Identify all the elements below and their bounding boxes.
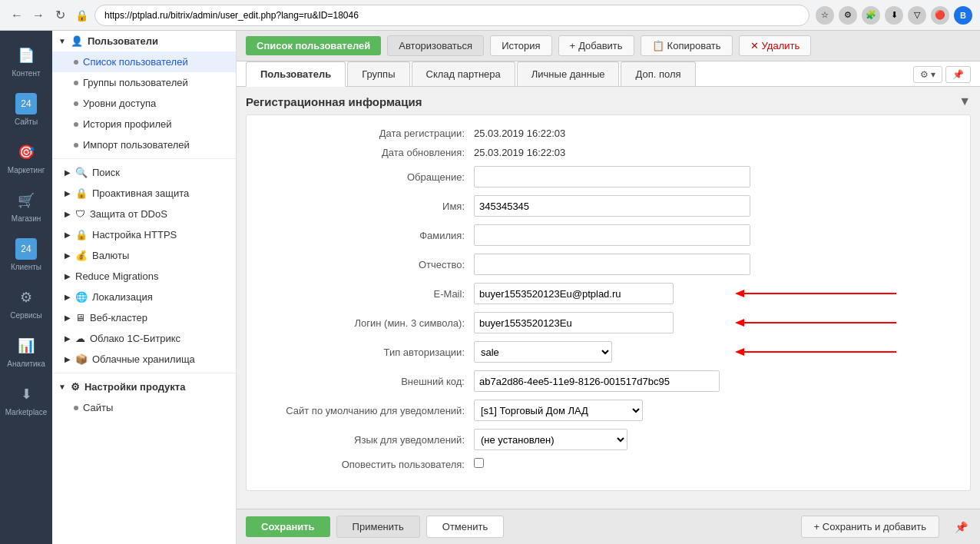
history-button[interactable]: История [490,35,551,56]
nav-item-label: Сайты [83,402,113,413]
bullet-icon [74,406,78,410]
form-row-lastname: Фамилия: [259,224,958,246]
default-site-select[interactable]: [s1] Торговый Дом ЛАД [474,400,643,421]
star-icon[interactable]: ☆ [816,6,834,25]
cancel-button[interactable]: Отменить [426,516,504,538]
copy-button[interactable]: 📋 Копировать [641,35,733,56]
extensions-icon[interactable]: 🧩 [862,6,880,25]
sidebar-item-analytics[interactable]: 📊 Аналитика [0,327,52,376]
bullet-icon [74,60,78,65]
tab-extra-fields[interactable]: Доп. поля [621,61,695,86]
tab-bar: Пользователь Группы Склад партнера Личны… [237,61,980,87]
save-add-button[interactable]: + Сохранить и добавить [801,516,939,538]
tab-groups[interactable]: Группы [347,61,409,86]
download-icon[interactable]: ⬇ [885,6,903,25]
chevron-right-icon: ▶ [65,189,71,197]
tab-user[interactable]: Пользователь [246,61,346,87]
nav-user-list[interactable]: Список пользователей [52,51,236,72]
nav-product-sites[interactable]: Сайты [52,397,236,418]
nav-webcluster[interactable]: ▶ 🖥 Веб-кластер [52,307,236,328]
form-row-email: E-Mail: [259,283,958,304]
lang-select[interactable]: (не установлен) [474,429,627,450]
nav-item-label: Веб-кластер [90,312,147,323]
lastname-input[interactable] [474,224,750,246]
form-row-lang: Язык для уведомлений: (не установлен) [259,429,958,450]
tab-settings-button[interactable]: ⚙ ▾ [913,66,942,83]
login-label: Логин (мин. 3 символа): [259,317,474,329]
nav-proactive[interactable]: ▶ 🔒 Проактивная защита [52,183,236,204]
nav-product-settings-parent[interactable]: ▼ ⚙ Настройки продукта [52,376,236,397]
email-input[interactable] [474,283,674,304]
section-header: Регистрационная информация ▼ [246,87,971,114]
salutation-input[interactable] [474,166,750,187]
nav-access-levels[interactable]: Уровни доступа [52,93,236,114]
sidebar-item-content[interactable]: 📄 Контент [0,37,52,85]
external-code-control [474,370,750,392]
nav-item-label: История профилей [83,118,172,130]
settings-icon[interactable]: ⚙ [839,6,857,25]
red-arrow-login [735,315,904,330]
copy-icon: 📋 [652,40,664,51]
nav-item-label: Локализация [92,291,153,303]
nav-localization[interactable]: ▶ 🌐 Локализация [52,287,236,307]
login-input[interactable] [474,312,674,333]
browser-icons: ☆ ⚙ 🧩 ⬇ ▽ 🔴 B [816,6,972,25]
nav-https[interactable]: ▶ 🔒 Настройка HTTPS [52,224,236,245]
nav-users-parent[interactable]: ▼ 👤 Пользователи [52,31,236,51]
upd-date-label: Дата обновления: [259,147,474,158]
notify-checkbox[interactable] [474,458,484,468]
sidebar-item-shop[interactable]: 🛒 Магазин [0,182,52,231]
auth-type-select[interactable]: sale [474,341,612,363]
form-row-external-code: Внешний код: [259,370,958,392]
nav-search[interactable]: ▶ 🔍 Поиск [52,162,236,183]
reload-button[interactable]: ↻ [51,6,69,25]
nav-item-label: Пользователи [88,35,158,47]
external-code-label: Внешний код: [259,376,474,387]
chevron-right-icon: ▶ [65,334,71,343]
sidebar-item-marketing[interactable]: 🎯 Маркетинг [0,134,52,182]
sidebar-item-marketplace[interactable]: ⬇ Marketplace [0,376,52,424]
svg-marker-1 [735,290,744,297]
list-users-button[interactable]: Список пользователей [246,36,381,55]
save-button[interactable]: Сохранить [246,516,330,537]
apply-button[interactable]: Применить [336,516,420,538]
back-button[interactable]: ← [8,6,26,25]
bullet-icon [74,122,78,127]
nav-ddos[interactable]: ▶ 🛡 Защита от DDoS [52,204,236,224]
authorize-button[interactable]: Авторизоваться [387,35,484,56]
firstname-input[interactable] [474,195,750,217]
red-arrow-email [735,286,904,301]
nav-profile-history[interactable]: История профилей [52,114,236,134]
search-icon: 🔍 [75,167,88,178]
sidebar-item-services[interactable]: ⚙ Сервисы [0,279,52,327]
salutation-control [474,166,750,187]
nav-import-users[interactable]: Импорт пользователей [52,134,236,155]
tab-pin-button[interactable]: 📌 [945,66,971,83]
forward-button[interactable]: → [29,6,48,25]
sidebar-item-sites[interactable]: 24 Сайты [0,85,52,134]
nav-cloud-storage[interactable]: ▶ 📦 Облачные хранилища [52,349,236,370]
nav-currencies[interactable]: ▶ 💰 Валюты [52,245,236,266]
delete-button[interactable]: ✕ Удалить [739,35,812,56]
nav-item-label: Настройка HTTPS [92,229,177,240]
nav-reduce-migrations[interactable]: ▶ Reduce Migrations [52,266,236,287]
profile-icon[interactable]: ▽ [908,6,926,25]
nav-user-groups[interactable]: Группы пользователей [52,72,236,93]
external-code-input[interactable] [474,370,720,392]
user-avatar[interactable]: B [954,6,972,25]
sidebar-item-label: Магазин [12,214,41,223]
nav-cloud[interactable]: ▶ ☁ Облако 1С-Битрикс [52,328,236,349]
firstname-label: Имя: [259,201,474,212]
bottom-pin-button[interactable]: 📌 [952,518,971,536]
form-row-middlename: Отчество: [259,254,958,275]
add-button[interactable]: + Добавить [558,35,634,56]
svg-marker-5 [735,348,744,356]
address-bar[interactable] [94,5,809,26]
firstname-control [474,195,750,217]
middlename-input[interactable] [474,254,750,275]
tab-partner-storage[interactable]: Склад партнера [412,61,515,86]
tab-personal-data[interactable]: Личные данные [517,61,620,86]
sidebar-item-clients[interactable]: 24 Клиенты [0,231,52,279]
update-icon[interactable]: 🔴 [931,6,949,25]
section-toggle-icon[interactable]: ▼ [958,95,971,108]
